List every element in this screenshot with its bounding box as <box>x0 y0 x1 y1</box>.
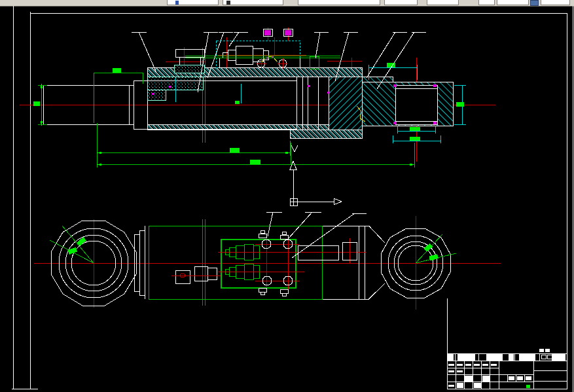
linetype-combo[interactable] <box>298 0 380 5</box>
bom-highlight-cell <box>545 349 550 352</box>
plotstyle-combo[interactable] <box>427 0 458 5</box>
toolbar-button-icon[interactable] <box>530 0 538 5</box>
toolbar-strip <box>0 0 574 7</box>
cad-canvas[interactable] <box>0 0 574 392</box>
bom-highlight-cell <box>539 349 544 352</box>
rod-eye-section <box>357 77 454 126</box>
cad-background <box>0 0 574 392</box>
lineweight-combo[interactable] <box>384 0 417 5</box>
layer-color-swatch-icon <box>175 1 179 5</box>
status-mark <box>526 385 530 388</box>
pencil-icon <box>226 1 230 5</box>
style-combo[interactable] <box>223 0 283 5</box>
field-3[interactable] <box>541 0 569 5</box>
layer-combo[interactable] <box>167 0 218 5</box>
field-2[interactable] <box>497 0 528 5</box>
small-field[interactable] <box>478 0 494 5</box>
